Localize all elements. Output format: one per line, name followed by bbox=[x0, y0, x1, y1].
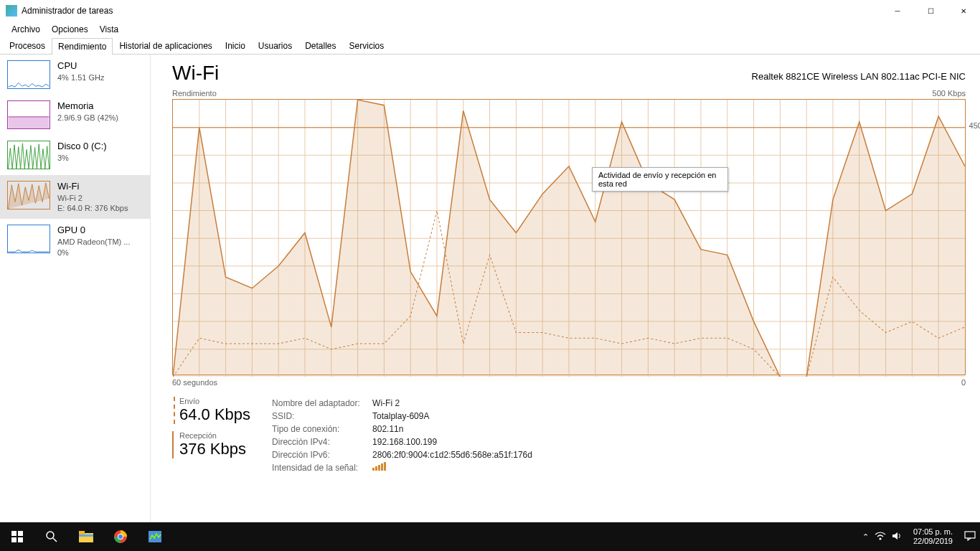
wifi-title: Wi-Fi bbox=[57, 181, 128, 193]
recv-value: 376 Kbps bbox=[179, 440, 250, 458]
main-panel: Wi-Fi Realtek 8821CE Wireless LAN 802.11… bbox=[151, 55, 980, 522]
menubar: Archivo Opciones Vista bbox=[0, 22, 980, 37]
adapter-name: Realtek 8821CE Wireless LAN 802.11ac PCI… bbox=[752, 71, 966, 82]
svg-point-54 bbox=[880, 538, 881, 540]
explorer-icon[interactable] bbox=[69, 522, 103, 551]
taskbar: ⌃ 07:05 p. m. 22/09/2019 bbox=[0, 522, 980, 551]
throughput-chart: 450 Kbps bbox=[172, 99, 966, 375]
chart-y-label: Rendimiento bbox=[172, 89, 217, 98]
ipv4-key: Dirección IPv4: bbox=[272, 435, 372, 448]
memory-thumb bbox=[7, 100, 50, 129]
clock-date: 22/09/2019 bbox=[913, 537, 953, 546]
cpu-thumb bbox=[7, 60, 50, 89]
svg-rect-56 bbox=[965, 532, 975, 538]
chrome-icon[interactable] bbox=[103, 522, 138, 551]
tab-apphistory[interactable]: Historial de aplicaciones bbox=[113, 37, 218, 54]
menu-view[interactable]: Vista bbox=[94, 24, 124, 34]
sidebar-item-disk[interactable]: Disco 0 (C:)3% bbox=[0, 135, 150, 175]
cpu-title: CPU bbox=[57, 60, 104, 72]
menu-file[interactable]: Archivo bbox=[6, 24, 46, 34]
menu-options[interactable]: Opciones bbox=[46, 24, 94, 34]
send-value: 64.0 Kbps bbox=[179, 405, 250, 424]
detail-table: Nombre del adaptador:Wi-Fi 2 SSID:Totalp… bbox=[272, 397, 532, 474]
tab-startup[interactable]: Inicio bbox=[219, 37, 252, 54]
window-controls: ─ ☐ ✕ bbox=[881, 0, 980, 22]
sidebar-item-memory[interactable]: Memoria2.9/6.9 GB (42%) bbox=[0, 95, 150, 135]
start-button[interactable] bbox=[0, 522, 34, 551]
adapter-key: Nombre del adaptador: bbox=[272, 397, 372, 410]
sidebar-item-gpu[interactable]: GPU 0AMD Radeon(TM) ...0% bbox=[0, 219, 150, 263]
wifi-thumb bbox=[7, 181, 50, 209]
chart-x-right: 0 bbox=[961, 378, 966, 387]
tab-users[interactable]: Usuarios bbox=[252, 37, 298, 54]
signal-key: Intensidad de la señal: bbox=[272, 461, 372, 474]
search-icon[interactable] bbox=[34, 522, 69, 551]
page-title: Wi-Fi bbox=[172, 62, 219, 85]
svg-rect-42 bbox=[18, 531, 23, 536]
window-title: Administrador de tareas bbox=[22, 6, 881, 16]
wifi-tray-icon[interactable] bbox=[875, 532, 886, 542]
svg-rect-41 bbox=[11, 531, 17, 536]
clock-time: 07:05 p. m. bbox=[913, 527, 953, 537]
wifi-sub2: E: 64.0 R: 376 Kbps bbox=[57, 203, 128, 213]
titlebar: Administrador de tareas ─ ☐ ✕ bbox=[0, 0, 980, 22]
cpu-sub: 4% 1.51 GHz bbox=[57, 72, 104, 83]
tray-up-icon[interactable]: ⌃ bbox=[862, 532, 869, 542]
tab-details[interactable]: Detalles bbox=[298, 37, 342, 54]
performance-sidebar: CPU4% 1.51 GHz Memoria2.9/6.9 GB (42%) D… bbox=[0, 55, 151, 522]
ipv6-val: 2806:2f0:9004:c1d2:55d6:568e:a51f:176d bbox=[372, 448, 532, 461]
memory-sub: 2.9/6.9 GB (42%) bbox=[57, 113, 118, 123]
app-icon bbox=[6, 5, 17, 17]
ipv6-key: Dirección IPv6: bbox=[272, 448, 372, 461]
disk-thumb bbox=[7, 141, 50, 169]
action-center-icon[interactable] bbox=[964, 531, 976, 542]
gpu-title: GPU 0 bbox=[57, 225, 130, 237]
recv-label: Recepción bbox=[179, 431, 250, 440]
svg-rect-43 bbox=[11, 537, 17, 542]
memory-title: Memoria bbox=[57, 100, 118, 113]
gpu-thumb bbox=[7, 225, 50, 253]
svg-line-46 bbox=[53, 538, 57, 542]
signal-bars-icon bbox=[372, 462, 386, 471]
send-label: Envío bbox=[179, 397, 250, 405]
tab-services[interactable]: Servicios bbox=[343, 37, 391, 54]
gpu-sub2: 0% bbox=[57, 248, 130, 258]
ssid-val: Totalplay-609A bbox=[372, 410, 429, 423]
chart-y-max: 500 Kbps bbox=[933, 89, 966, 98]
volume-icon[interactable] bbox=[892, 531, 902, 542]
chart-annotation-450: 450 Kbps bbox=[969, 121, 980, 130]
conn-val: 802.11n bbox=[372, 423, 403, 435]
minimize-button[interactable]: ─ bbox=[881, 0, 914, 22]
sidebar-item-wifi[interactable]: Wi-FiWi-Fi 2E: 64.0 R: 376 Kbps bbox=[0, 175, 150, 219]
wifi-sub1: Wi-Fi 2 bbox=[57, 193, 128, 203]
chart-x-left: 60 segundos bbox=[172, 378, 217, 387]
close-button[interactable]: ✕ bbox=[947, 0, 980, 22]
svg-marker-55 bbox=[892, 532, 897, 540]
svg-point-45 bbox=[47, 532, 54, 539]
adapter-val: Wi-Fi 2 bbox=[372, 397, 400, 410]
disk-title: Disco 0 (C:) bbox=[57, 141, 107, 153]
tab-bar: Procesos Rendimiento Historial de aplica… bbox=[0, 37, 980, 55]
ipv4-val: 192.168.100.199 bbox=[372, 435, 437, 448]
conn-key: Tipo de conexión: bbox=[272, 423, 372, 435]
taskmgr-icon[interactable] bbox=[138, 522, 172, 551]
ssid-key: SSID: bbox=[272, 410, 372, 423]
maximize-button[interactable]: ☐ bbox=[914, 0, 947, 22]
disk-sub: 3% bbox=[57, 153, 107, 163]
svg-rect-0 bbox=[9, 117, 50, 128]
clock[interactable]: 07:05 p. m. 22/09/2019 bbox=[908, 527, 958, 546]
tab-performance[interactable]: Rendimiento bbox=[52, 38, 113, 55]
tab-processes[interactable]: Procesos bbox=[3, 37, 52, 54]
svg-rect-44 bbox=[18, 537, 23, 542]
sidebar-item-cpu[interactable]: CPU4% 1.51 GHz bbox=[0, 55, 150, 95]
svg-point-52 bbox=[118, 534, 123, 539]
gpu-sub1: AMD Radeon(TM) ... bbox=[57, 237, 130, 247]
svg-rect-48 bbox=[79, 531, 85, 534]
chart-tooltip: Actividad de envío y recepción en esta r… bbox=[592, 167, 728, 192]
svg-rect-49 bbox=[79, 534, 93, 537]
